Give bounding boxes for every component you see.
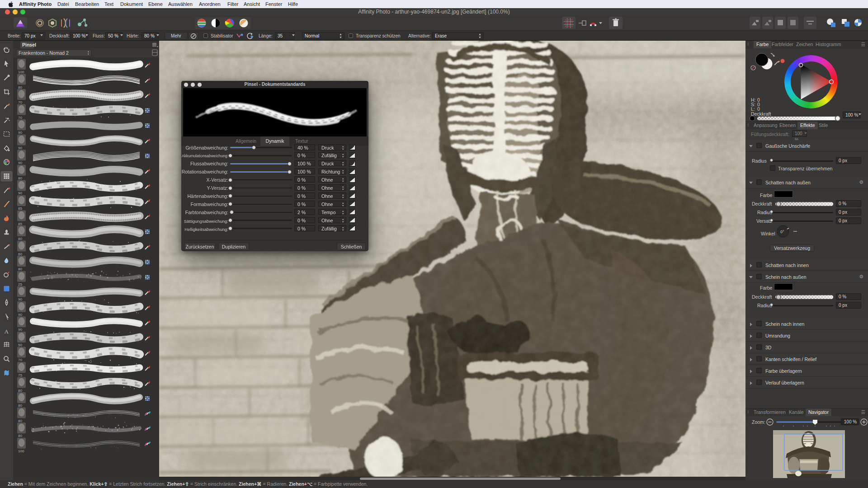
svg-text:80: 80 [18,237,22,241]
svg-text:80: 80 [18,389,22,393]
svg-text:Frankentoon - Nomad 2: Frankentoon - Nomad 2 [19,50,69,56]
svg-text:70: 70 [18,358,22,362]
svg-text:90: 90 [18,191,22,195]
svg-text:60: 60 [18,252,22,256]
svg-text:0°: 0° [780,230,784,234]
svg-text:80: 80 [18,419,22,423]
svg-text:A: A [5,328,9,335]
svg-text:75: 75 [18,373,22,377]
svg-text:85: 85 [18,222,22,226]
svg-text:85: 85 [18,206,22,211]
svg-text:90: 90 [18,328,22,332]
svg-text:90: 90 [18,161,22,165]
svg-text:90: 90 [18,313,22,317]
svg-text:100: 100 [18,449,24,453]
svg-text:80: 80 [18,85,22,89]
svg-text:70: 70 [18,116,22,120]
svg-text:90: 90 [18,297,22,301]
svg-text:Pinsel: Pinsel [22,42,36,47]
svg-text:90: 90 [18,131,22,135]
svg-text:50: 50 [18,343,22,347]
svg-text:80: 80 [18,267,22,271]
svg-text:70: 70 [18,100,22,104]
svg-text:100: 100 [18,70,24,74]
svg-text:25: 25 [18,282,22,286]
svg-text:80: 80 [18,434,22,438]
svg-text:90: 90 [18,146,22,150]
svg-text:80: 80 [18,176,22,180]
svg-text:80: 80 [18,404,22,408]
